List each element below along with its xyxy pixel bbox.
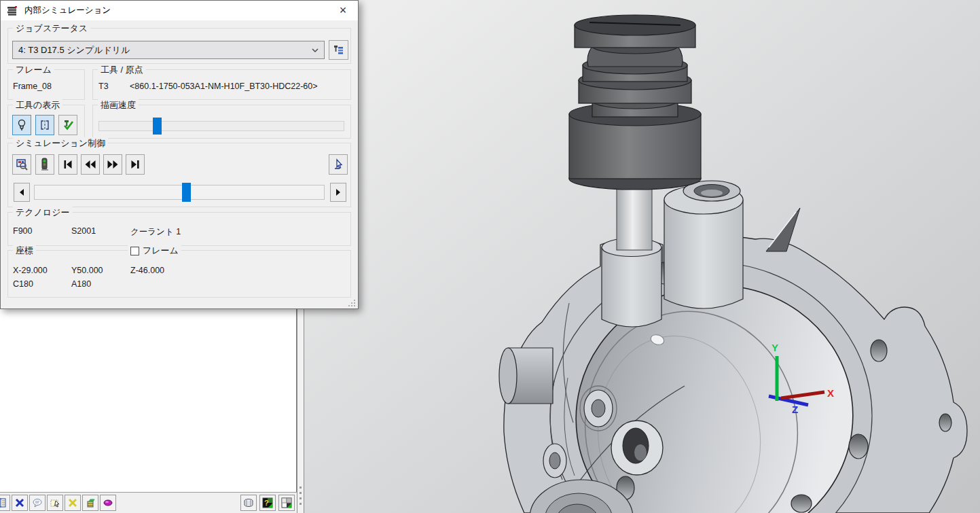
job-list-icon <box>333 44 344 56</box>
group-sim-control: シミュレーション制御 <box>7 143 351 207</box>
comment-icon[interactable] <box>29 495 46 511</box>
rewind-icon <box>84 160 96 169</box>
machine-simulation-icon <box>16 158 28 171</box>
coord-x: X-29.000 <box>13 266 48 275</box>
simulation-app-icon <box>7 5 19 16</box>
group-coordinates: 座標 フレーム X-29.000 Y50.000 Z-46.000 C180 A… <box>7 250 351 298</box>
group-job-status: ジョブステータス 4: T3 D17.5 シンプルドリル <box>7 28 351 64</box>
axis-y-label: Y <box>772 342 778 353</box>
group-frame: フレーム Frame_08 <box>7 69 85 100</box>
frame-value: Frame_08 <box>13 82 52 91</box>
coord-a: A180 <box>71 279 91 289</box>
resize-grip[interactable] <box>348 299 356 307</box>
svg-text:?: ? <box>264 499 269 507</box>
delete-yellow-icon[interactable] <box>65 495 81 511</box>
machine-simulation-button[interactable] <box>12 154 31 175</box>
select-region-icon[interactable] <box>47 495 63 511</box>
job-list-button[interactable] <box>329 40 348 60</box>
show-tool-button[interactable] <box>12 115 31 135</box>
delete-blue-icon[interactable] <box>12 495 28 511</box>
run-to-cursor-button[interactable] <box>329 154 348 175</box>
fast-forward-icon <box>107 160 119 169</box>
show-tool-section-icon <box>39 119 50 131</box>
verify-question-icon[interactable]: ? <box>259 495 276 511</box>
show-holder-check-icon <box>62 119 74 131</box>
skip-end-icon <box>130 160 141 169</box>
technology-label: テクノロジー <box>13 207 73 219</box>
bottom-toolbar: ? <box>0 492 297 513</box>
fast-forward-button[interactable] <box>103 154 122 175</box>
machine-status-icon <box>40 158 50 171</box>
sim-progress-slider[interactable] <box>34 185 325 200</box>
ellipse-icon[interactable] <box>100 495 116 511</box>
show-tool-icon <box>16 119 27 131</box>
show-holder-check-button[interactable] <box>58 115 77 135</box>
bottom-toolbar-right: ? <box>238 495 295 511</box>
cad-scene: Y X Z <box>304 0 980 513</box>
frame-checkbox-label: フレーム <box>143 245 179 257</box>
draw-speed-handle[interactable] <box>153 118 162 135</box>
stock-cylinder-icon[interactable] <box>240 495 257 511</box>
verify-checker-icon[interactable] <box>278 495 295 511</box>
form-icon[interactable] <box>0 495 10 511</box>
frame-checkbox[interactable] <box>130 247 139 255</box>
show-tool-section-button[interactable] <box>35 115 54 135</box>
group-tool-display: 工具の表示 <box>7 105 85 139</box>
application-window: Y X Z <box>0 0 980 513</box>
tool-holder <box>569 15 701 190</box>
dialog-titlebar[interactable]: 内部シミュレーション × <box>1 1 358 20</box>
spindle-value: S2001 <box>71 226 96 236</box>
machine-status-button[interactable] <box>35 154 54 175</box>
group-draw-speed: 描画速度 <box>92 105 351 139</box>
job-status-label: ジョブステータス <box>13 22 90 35</box>
coordinates-label: 座標 <box>13 245 36 257</box>
tool-number: T3 <box>98 82 109 91</box>
tool-origin-label: 工具 / 原点 <box>98 64 146 76</box>
group-technology: テクノロジー F900 S2001 クーラント 1 <box>7 212 351 246</box>
arrow-right-icon <box>335 189 341 196</box>
coord-c: C180 <box>13 279 33 289</box>
rewind-button[interactable] <box>81 154 100 175</box>
arrow-left-icon <box>19 189 24 196</box>
frame-label: フレーム <box>13 64 54 76</box>
axis-x-label: X <box>827 387 834 399</box>
draw-speed-slider[interactable] <box>98 121 344 131</box>
tool-display-label: 工具の表示 <box>13 99 62 111</box>
draw-speed-label: 描画速度 <box>98 99 139 111</box>
skip-start-button[interactable] <box>58 154 77 175</box>
coord-z: Z-46.000 <box>130 266 164 275</box>
coord-y: Y50.000 <box>71 266 103 275</box>
step-forward-button[interactable] <box>330 183 346 202</box>
3d-viewport[interactable]: Y X Z <box>304 0 980 513</box>
chevron-down-icon <box>312 48 319 52</box>
skip-start-icon <box>62 160 73 169</box>
run-to-cursor-icon <box>333 158 344 171</box>
sim-control-label: シミュレーション制御 <box>13 137 108 149</box>
frame-checkbox-row: フレーム <box>128 245 181 257</box>
job-status-combo[interactable]: 4: T3 D17.5 シンプルドリル <box>12 41 325 59</box>
dialog-title: 内部シミュレーション <box>24 5 111 16</box>
feed-value: F900 <box>13 226 33 236</box>
group-tool-origin: 工具 / 原点 T3 <860.1-1750-053A1-NM-H10F_BT3… <box>92 69 351 100</box>
close-button[interactable]: × <box>334 3 352 19</box>
skip-end-button[interactable] <box>126 154 145 175</box>
job-status-selected: 4: T3 D17.5 シンプルドリル <box>18 44 130 56</box>
step-back-button[interactable] <box>14 183 30 202</box>
axis-z-label: Z <box>792 404 798 415</box>
coolant-value: クーラント 1 <box>130 226 181 238</box>
sim-progress-handle[interactable] <box>182 183 191 202</box>
simulation-dialog: 内部シミュレーション × ジョブステータス 4: T3 D17.5 シンプルドリ… <box>0 0 359 309</box>
cabinet-icon[interactable] <box>82 495 98 511</box>
tool-name: <860.1-1750-053A1-NM-H10F_BT30-HDC22-60> <box>130 82 318 91</box>
